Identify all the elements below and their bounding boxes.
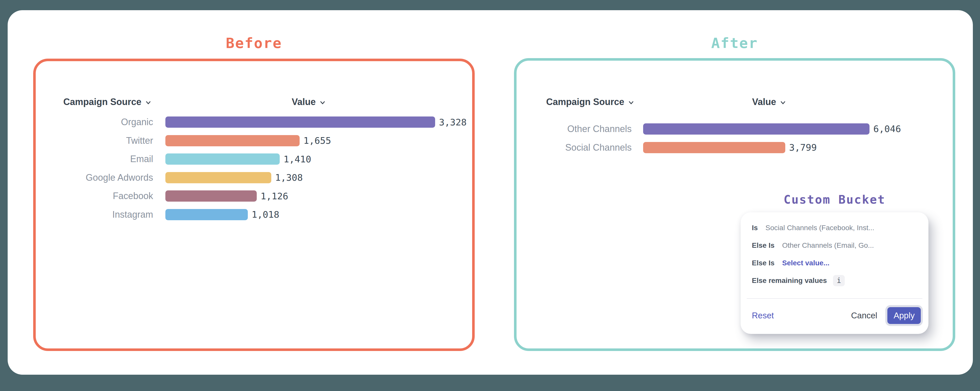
table-row: Facebook 1,126: [63, 187, 462, 206]
bar-value: 1,655: [304, 135, 331, 146]
bar-social-channels[interactable]: [643, 142, 785, 153]
before-rows: Organic 3,328 Twitter 1,655 Email 1,410 …: [63, 113, 462, 224]
bar-google-adwords[interactable]: [165, 172, 271, 183]
before-chart: Campaign Source Value Organic 3,328 Twit…: [63, 94, 462, 224]
table-row: Google Adwords 1,308: [63, 168, 462, 187]
custom-bucket-title: Custom Bucket: [741, 193, 928, 206]
comparison-card: Before Campaign Source Value Organic 3,3…: [8, 10, 973, 375]
table-row: Organic 3,328: [63, 113, 462, 131]
after-measure-header[interactable]: Value: [752, 94, 787, 109]
bar-value: 3,328: [439, 117, 466, 127]
cancel-button[interactable]: Cancel: [851, 311, 877, 320]
chevron-down-icon[interactable]: [627, 99, 635, 106]
table-row: Instagram 1,018: [63, 206, 462, 224]
table-row: Twitter 1,655: [63, 131, 462, 150]
condition-operator: Else Is: [752, 259, 775, 267]
after-title: After: [514, 35, 955, 51]
measure-header-label: Value: [752, 97, 776, 107]
bucket-condition-row: Is Social Channels (Facebook, Inst...: [752, 219, 921, 236]
row-label: Social Channels: [546, 142, 632, 153]
condition-value[interactable]: Other Channels (Email, Go...: [782, 241, 874, 250]
bar-email[interactable]: [165, 154, 280, 165]
after-chart-header: Campaign Source Value: [546, 94, 944, 109]
row-label: Organic: [63, 117, 153, 127]
custom-bucket-popup: Is Social Channels (Facebook, Inst... El…: [741, 212, 928, 334]
reset-button[interactable]: Reset: [752, 311, 774, 320]
bar-value: 6,046: [873, 123, 901, 134]
apply-button[interactable]: Apply: [887, 307, 921, 324]
after-rows: Other Channels 6,046 Social Channels 3,7…: [546, 120, 944, 157]
popup-divider: [747, 298, 922, 299]
popup-actions: Reset Cancel Apply: [752, 305, 921, 326]
chevron-down-icon[interactable]: [319, 99, 326, 106]
bar-value: 1,308: [275, 172, 303, 183]
bar-value: 1,126: [261, 191, 288, 201]
bucket-condition-row: Else Is Select value...: [752, 254, 921, 272]
bar-instagram[interactable]: [165, 209, 248, 220]
before-measure-header[interactable]: Value: [292, 94, 326, 109]
table-row: Other Channels 6,046: [546, 120, 944, 138]
bucket-conditions: Is Social Channels (Facebook, Inst... El…: [752, 219, 921, 289]
bar-value: 1,018: [251, 209, 279, 220]
row-label: Facebook: [63, 191, 153, 201]
before-title: Before: [33, 35, 475, 51]
measure-header-label: Value: [292, 97, 316, 107]
info-icon[interactable]: i: [833, 275, 845, 286]
bar-value: 3,799: [789, 142, 817, 153]
row-label: Instagram: [63, 209, 153, 220]
condition-operator: Else Is: [752, 241, 775, 250]
bar-other-channels[interactable]: [643, 123, 870, 135]
after-chart: Campaign Source Value Other Channels 6,0…: [546, 94, 944, 157]
bar-value: 1,410: [283, 154, 311, 165]
bar-facebook[interactable]: [165, 190, 257, 202]
chevron-down-icon[interactable]: [145, 99, 152, 106]
table-row: Email 1,410: [63, 150, 462, 168]
before-chart-header: Campaign Source Value: [63, 94, 462, 109]
bucket-condition-row: Else Is Other Channels (Email, Go...: [752, 236, 921, 254]
condition-operator: Else remaining values: [752, 277, 827, 285]
dimension-header-label: Campaign Source: [63, 97, 142, 107]
dimension-header-label: Campaign Source: [546, 97, 624, 107]
row-label: Other Channels: [546, 123, 632, 135]
bucket-condition-row: Else remaining values i: [752, 272, 921, 289]
row-label: Google Adwords: [63, 172, 153, 183]
condition-value[interactable]: Social Channels (Facebook, Inst...: [765, 224, 874, 232]
bar-twitter[interactable]: [165, 135, 300, 146]
table-row: Social Channels 3,799: [546, 138, 944, 157]
select-value-link[interactable]: Select value...: [782, 259, 829, 267]
before-dimension-header[interactable]: Campaign Source: [63, 94, 152, 109]
bar-organic[interactable]: [165, 117, 435, 128]
row-label: Email: [63, 154, 153, 165]
row-label: Twitter: [63, 135, 153, 146]
after-dimension-header[interactable]: Campaign Source: [546, 94, 635, 109]
chevron-down-icon[interactable]: [779, 99, 787, 106]
condition-operator: Is: [752, 224, 758, 232]
